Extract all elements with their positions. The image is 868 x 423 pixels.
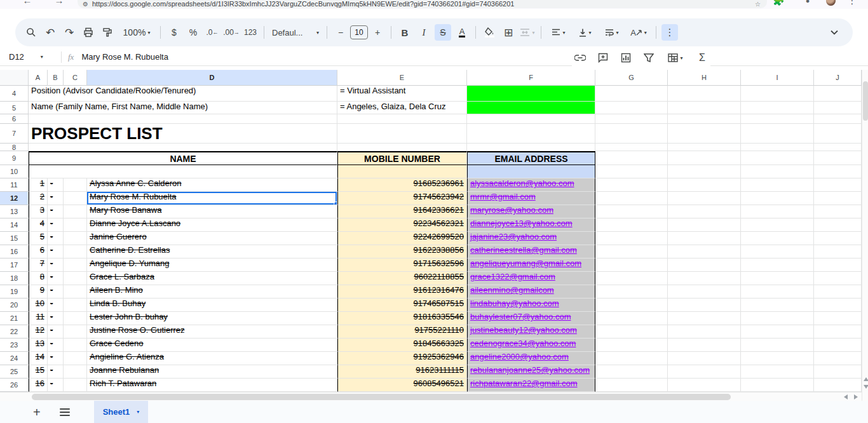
cell-seq[interactable]: 7: [29, 258, 48, 272]
row-header-15[interactable]: 15: [0, 232, 29, 245]
cell-H[interactable]: [668, 379, 741, 392]
cell-email-link[interactable]: grace1322@gmail.com: [467, 272, 595, 285]
cell-mobile[interactable]: 91715632596: [337, 258, 467, 272]
cell-I[interactable]: [741, 151, 814, 165]
print-icon[interactable]: [80, 24, 97, 41]
cell-G[interactable]: [595, 165, 668, 178]
undo-icon[interactable]: ↶: [42, 24, 58, 41]
cell-G[interactable]: [595, 365, 668, 379]
cell-J[interactable]: [814, 151, 862, 165]
hide-menus-chevron-icon[interactable]: [826, 24, 843, 41]
cell-J[interactable]: [814, 299, 862, 312]
cell-dash[interactable]: -: [48, 272, 64, 285]
cell-J[interactable]: [814, 205, 862, 218]
cell-H[interactable]: [668, 352, 741, 365]
url-bar[interactable]: ⚙ https://docs.google.com/spreadsheets/d…: [78, 0, 767, 8]
cell-I[interactable]: [741, 258, 814, 272]
cell[interactable]: [337, 114, 467, 124]
scroll-right-arrow-icon[interactable]: [854, 394, 858, 399]
cell-mobile[interactable]: 91925362946: [337, 352, 467, 365]
cell[interactable]: [64, 245, 87, 258]
row-header-24[interactable]: 24: [0, 352, 29, 365]
cell-H[interactable]: [668, 312, 741, 325]
cell-I[interactable]: [741, 165, 814, 178]
cell-dash[interactable]: -: [48, 299, 64, 312]
column-header-D[interactable]: D: [87, 70, 337, 86]
row-header-25[interactable]: 25: [0, 365, 29, 379]
column-header-C[interactable]: C: [64, 70, 87, 86]
cell-seq[interactable]: 1: [29, 178, 48, 192]
name-box[interactable]: D12 ▾: [0, 52, 55, 62]
cell-H[interactable]: [668, 218, 741, 232]
cell-name[interactable]: Justine Rose O. Gutierrez: [87, 325, 337, 339]
zoom-select[interactable]: 100%▾: [118, 24, 155, 41]
cell-I[interactable]: [741, 272, 814, 285]
cell-J[interactable]: [814, 102, 862, 114]
cell-seq[interactable]: 2: [29, 192, 48, 205]
cell-seq[interactable]: 5: [29, 232, 48, 245]
row-header-18[interactable]: 18: [0, 272, 29, 285]
column-header-G[interactable]: G: [595, 70, 668, 86]
row-header-19[interactable]: 19: [0, 285, 29, 299]
cell-name[interactable]: Alyssa Anne C. Calderon: [87, 178, 337, 192]
borders-button[interactable]: ⊞: [500, 24, 517, 41]
cell[interactable]: [64, 205, 87, 218]
column-header-J[interactable]: J: [814, 70, 862, 86]
row-header-13[interactable]: 13: [0, 205, 29, 218]
cell[interactable]: [64, 365, 87, 379]
cell-email-link[interactable]: alyssacalderon@yahoo.com: [467, 178, 595, 192]
cell-I[interactable]: [741, 299, 814, 312]
cell-label-row5[interactable]: Name (Family Name, First Name, Middle Na…: [29, 102, 337, 114]
row-header-21[interactable]: 21: [0, 312, 29, 325]
cell-G[interactable]: [595, 218, 668, 232]
cell[interactable]: [467, 165, 595, 178]
fill-color-button[interactable]: [481, 24, 498, 41]
cell-mobile[interactable]: 91622338856: [337, 245, 467, 258]
cell-J[interactable]: [814, 285, 862, 299]
cell-G[interactable]: [595, 258, 668, 272]
increase-decimal-button[interactable]: .00→: [223, 24, 240, 41]
cell-G[interactable]: [595, 192, 668, 205]
cell-email-link[interactable]: buhaylester07@yahoo.com: [467, 312, 595, 325]
horizontal-scrollbar-thumb[interactable]: [32, 394, 731, 400]
row-header-12[interactable]: 12: [0, 192, 29, 205]
header-mobile-number[interactable]: MOBILE NUMBER: [337, 151, 467, 165]
cell-J[interactable]: [814, 124, 862, 144]
cell-G[interactable]: [595, 102, 668, 114]
cell-dash[interactable]: -: [48, 178, 64, 192]
cell-name[interactable]: Angieline G. Atienza: [87, 352, 337, 365]
cell-name[interactable]: Grace L. Sarbaza: [87, 272, 337, 285]
cell-J[interactable]: [814, 312, 862, 325]
cell-mobile[interactable]: 91685236961: [337, 178, 467, 192]
cell-H[interactable]: [668, 245, 741, 258]
all-sheets-icon[interactable]: [60, 406, 70, 418]
strikethrough-button-active[interactable]: S: [435, 24, 451, 41]
cell-dash[interactable]: -: [48, 312, 64, 325]
cell-H[interactable]: [668, 299, 741, 312]
cell-name[interactable]: Rich T. Patawaran: [87, 379, 337, 392]
column-header-B[interactable]: B: [48, 70, 64, 86]
extensions-icon[interactable]: 🧩: [773, 0, 784, 6]
cell-seq[interactable]: 9: [29, 285, 48, 299]
column-header-E[interactable]: E: [337, 70, 467, 86]
cell-G[interactable]: [595, 178, 668, 192]
cell-seq[interactable]: 11: [29, 312, 48, 325]
formula-input[interactable]: Mary Rose M. Rubuelta: [81, 52, 168, 62]
insert-chart-icon[interactable]: [618, 50, 634, 66]
cell-J[interactable]: [814, 144, 862, 151]
cell-H[interactable]: [668, 124, 741, 144]
number-format-button[interactable]: 123: [242, 24, 259, 41]
add-sheet-button[interactable]: +: [33, 406, 41, 419]
pivot-table-icon[interactable]: ▾: [663, 50, 688, 66]
font-size-input[interactable]: 10: [350, 25, 368, 39]
cell-name[interactable]: Lester John B. buhay: [87, 312, 337, 325]
cell-mobile[interactable]: 96085496521: [337, 379, 467, 392]
cell[interactable]: [64, 352, 87, 365]
cell-dash[interactable]: -: [48, 205, 64, 218]
cell-H[interactable]: [668, 151, 741, 165]
tab-sheet1[interactable]: Sheet1 ▾: [94, 401, 149, 423]
grid-corner[interactable]: [0, 70, 29, 86]
cell-G[interactable]: [595, 299, 668, 312]
cell-H[interactable]: [668, 325, 741, 339]
cell-email-link[interactable]: angeline2000@yahoo.com: [467, 352, 595, 365]
